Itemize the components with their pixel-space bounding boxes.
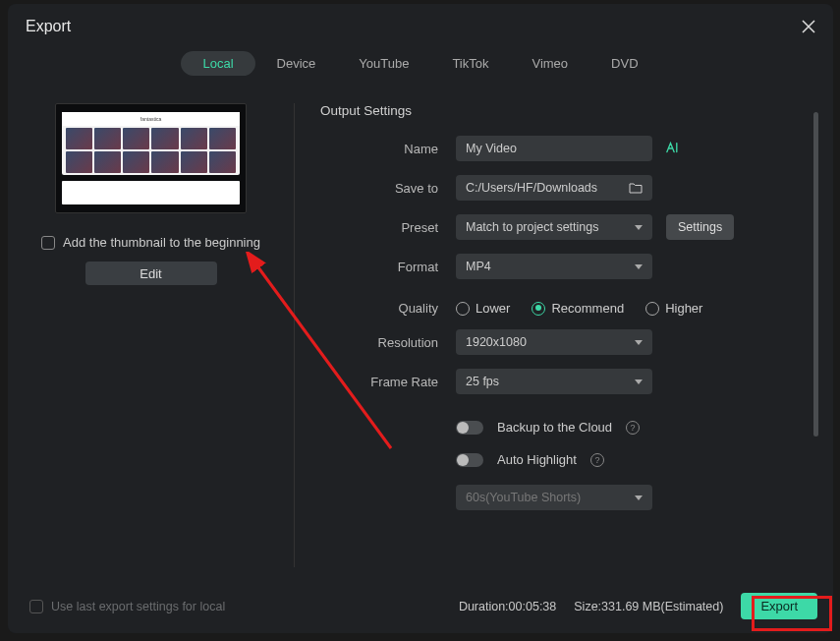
format-label: Format [320,260,456,274]
preset-select[interactable]: Match to project settings [456,214,652,240]
quality-higher[interactable]: Higher [645,301,702,316]
auto-highlight-help-icon[interactable]: ? [590,453,604,467]
use-last-checkbox[interactable] [29,600,43,613]
add-thumbnail-label: Add the thumbnail to the beginning [63,235,260,250]
close-icon[interactable] [802,20,815,33]
dialog-header: Export [8,4,833,45]
backup-help-icon[interactable]: ? [626,421,640,435]
quality-recommend[interactable]: Recommend [532,301,624,316]
right-panel: Output Settings Name My Video Save to C:… [312,89,815,581]
tab-vimeo[interactable]: Vimeo [510,51,589,76]
name-input[interactable]: My Video [456,136,652,161]
quality-label: Quality [320,301,456,316]
size-info: Size:331.69 MB(Estimated) [574,600,723,613]
vertical-divider [294,103,295,567]
backup-label: Backup to the Cloud [497,420,612,435]
use-last-label: Use last export settings for local [51,600,225,613]
framerate-select[interactable]: 25 fps [456,369,652,394]
dialog-title: Export [26,18,71,35]
footer: Use last export settings for local Durat… [8,581,833,633]
edit-button[interactable]: Edit [85,262,217,285]
auto-highlight-label: Auto Highlight [497,452,577,467]
duration-info: Duration:00:05:38 [459,600,556,613]
tab-youtube[interactable]: YouTube [337,51,430,76]
ai-icon[interactable] [666,142,684,155]
scrollbar[interactable] [813,112,818,554]
left-panel: fantastica Add the thumbnail to the begi… [26,89,276,581]
export-dialog: Export Local Device YouTube TikTok Vimeo… [8,4,833,633]
format-select[interactable]: MP4 [456,254,652,279]
folder-icon[interactable] [629,181,643,195]
quality-lower[interactable]: Lower [456,301,510,316]
auto-highlight-toggle[interactable] [456,453,483,467]
save-to-label: Save to [320,181,456,196]
resolution-label: Resolution [320,335,456,350]
video-thumbnail[interactable]: fantastica [55,103,247,213]
name-label: Name [320,142,456,156]
highlight-preset-select[interactable]: 60s(YouTube Shorts) [456,485,652,510]
save-to-input[interactable]: C:/Users/HF/Downloads [456,175,652,201]
resolution-select[interactable]: 1920x1080 [456,329,652,355]
tab-device[interactable]: Device [255,51,338,76]
framerate-label: Frame Rate [320,375,456,389]
settings-button[interactable]: Settings [666,214,734,240]
export-button[interactable]: Export [741,593,817,619]
tab-dvd[interactable]: DVD [589,51,659,76]
preset-label: Preset [320,220,456,235]
add-thumbnail-checkbox[interactable] [41,236,55,250]
backup-toggle[interactable] [456,421,483,435]
output-settings-title: Output Settings [320,103,802,118]
tab-local[interactable]: Local [181,51,254,76]
export-tabs: Local Device YouTube TikTok Vimeo DVD [8,45,833,89]
tab-tiktok[interactable]: TikTok [430,51,510,76]
